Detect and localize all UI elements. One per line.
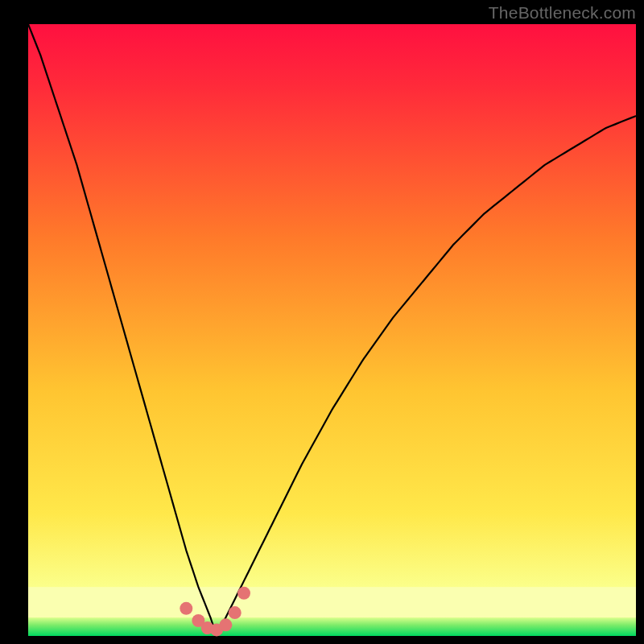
marker-dot — [229, 606, 242, 619]
watermark-text: TheBottleneck.com — [489, 3, 636, 23]
transition-band — [28, 587, 636, 617]
bottleneck-chart — [0, 0, 644, 644]
plot-background — [28, 24, 636, 636]
marker-dot — [219, 618, 232, 631]
marker-dot — [237, 587, 250, 600]
marker-dot — [180, 602, 192, 615]
green-optimal-band — [28, 617, 636, 636]
chart-frame: TheBottleneck.com — [0, 0, 644, 644]
